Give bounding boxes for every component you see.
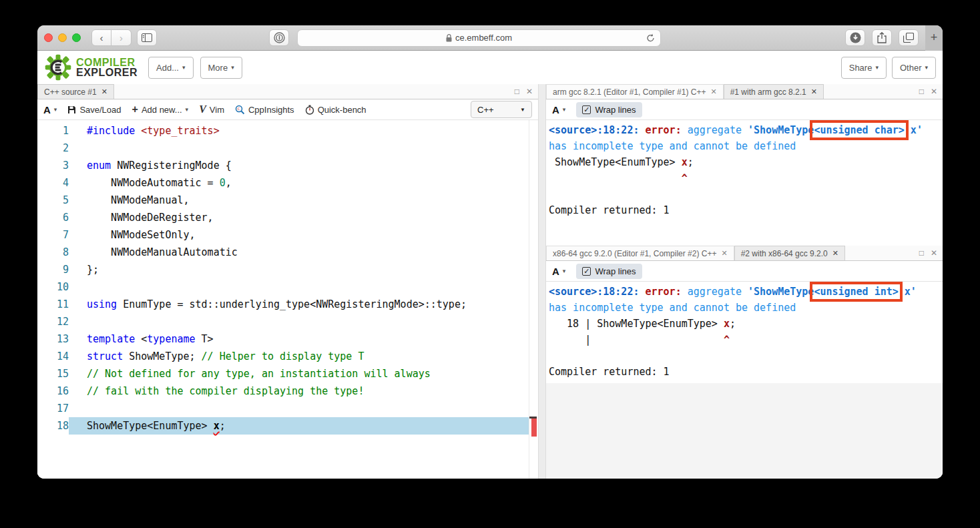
code-line: 5 NWModeManual, (37, 192, 538, 209)
line-number: 3 (37, 157, 69, 174)
sidebar-toggle-button[interactable] (137, 29, 157, 46)
tab-output-2[interactable]: #2 with x86-64 gcc 9.2.0 ✕ (734, 246, 845, 260)
language-select[interactable]: C++ ▼ (471, 101, 532, 118)
close-icon[interactable]: ✕ (832, 249, 838, 258)
close-window-button[interactable] (44, 33, 53, 42)
close-icon[interactable]: ✕ (101, 87, 107, 96)
chevron-down-icon: ▾ (182, 64, 186, 71)
quick-bench-button[interactable]: Quick-bench (305, 105, 366, 115)
back-button[interactable]: ‹ (91, 29, 111, 46)
font-size-button[interactable]: A▾ (552, 266, 565, 277)
share-dropdown-button[interactable]: Share▾ (841, 57, 887, 79)
compiler-output-1[interactable]: <source>:18:22: error: aggregate 'ShowMe… (546, 120, 943, 246)
plus-icon: + (931, 31, 938, 45)
tab-label: #2 with x86-64 gcc 9.2.0 (741, 249, 828, 258)
code-line: 16// fail with the compiler displaying t… (37, 382, 538, 400)
right-column: arm gcc 8.2.1 (Editor #1, Compiler #1) C… (546, 84, 943, 479)
line-number: 11 (37, 296, 69, 313)
output-line (549, 186, 940, 202)
tab-label: C++ source #1 (44, 87, 97, 97)
cppinsights-button[interactable]: C CppInsights (235, 105, 294, 115)
output-line: ShowMeType<EnumType> x; (549, 154, 940, 170)
more-dropdown-button[interactable]: More▾ (200, 57, 242, 79)
code-line: 18ShowMeType<EnumType> x; (37, 417, 538, 435)
chevron-down-icon: ▾ (875, 64, 879, 71)
output-line: <source>:18:22: error: aggregate 'ShowMe… (549, 122, 940, 138)
wrap-lines-toggle[interactable]: ✓ Wrap lines (576, 102, 642, 117)
close-icon[interactable]: ✕ (931, 87, 937, 96)
add-dropdown-button[interactable]: Add...▾ (148, 57, 194, 79)
main-layout: C++ source #1 ✕ □ ✕ A▾ (37, 84, 943, 479)
editor-toolbar: A▾ Save/Load + Add new...▾ V Vim (37, 99, 538, 120)
close-icon[interactable]: ✕ (710, 87, 716, 96)
close-icon[interactable]: ✕ (931, 248, 937, 258)
tab-compiler-1[interactable]: arm gcc 8.2.1 (Editor #1, Compiler #1) C… (546, 84, 724, 99)
line-number: 9 (37, 261, 69, 278)
svg-text:C: C (238, 106, 240, 111)
output2-tabbar: x86-64 gcc 9.2.0 (Editor #1, Compiler #2… (546, 246, 943, 261)
maximize-icon[interactable]: □ (919, 248, 924, 258)
output1-toolbar: A▾ ✓ Wrap lines (546, 99, 943, 120)
output-line: <source>:18:22: error: aggregate 'ShowMe… (549, 284, 940, 300)
add-new-button[interactable]: + Add new...▾ (132, 103, 189, 115)
line-number: 2 (37, 140, 69, 157)
chevron-down-icon: ▾ (563, 268, 566, 274)
line-number: 17 (37, 400, 69, 417)
tab-overview-button[interactable] (899, 29, 919, 46)
font-size-button[interactable]: A▾ (43, 104, 57, 115)
url-bar[interactable]: ce.embeff.com (297, 29, 661, 47)
close-icon[interactable]: ✕ (721, 249, 727, 258)
line-number: 18 (37, 417, 69, 435)
source-editor-pane: C++ source #1 ✕ □ ✕ A▾ (37, 84, 538, 479)
minimize-window-button[interactable] (58, 33, 67, 42)
output2-toolbar: A▾ ✓ Wrap lines (546, 261, 943, 282)
line-number: 7 (37, 226, 69, 244)
font-size-button[interactable]: A▾ (552, 104, 565, 115)
wrap-lines-toggle[interactable]: ✓ Wrap lines (576, 264, 642, 279)
close-icon[interactable]: ✕ (811, 87, 817, 96)
maximize-icon[interactable]: □ (919, 87, 924, 96)
vim-toggle-button[interactable]: V Vim (199, 103, 224, 115)
stopwatch-icon (305, 105, 314, 115)
tab-output-1[interactable]: #1 with arm gcc 8.2.1 ✕ (724, 84, 824, 99)
line-number: 10 (37, 278, 69, 296)
share-button-browser[interactable] (872, 29, 892, 46)
zoom-window-button[interactable] (72, 33, 81, 42)
compiler-output-2[interactable]: <source>:18:22: error: aggregate 'ShowMe… (546, 282, 943, 383)
code-editor[interactable]: 1#include <type_traits>2 3enum NWRegiste… (37, 120, 538, 479)
tab-compiler-2[interactable]: x86-64 gcc 9.2.0 (Editor #1, Compiler #2… (546, 246, 734, 260)
tab-cpp-source-1[interactable]: C++ source #1 ✕ (37, 84, 114, 99)
extension-button[interactable] (269, 29, 289, 46)
code-line: 4 NWModeAutomatic = 0, (37, 174, 538, 192)
chevron-down-icon: ▾ (563, 106, 566, 113)
forward-button[interactable]: › (111, 29, 132, 46)
code-line: 12 (37, 313, 538, 330)
lock-icon (446, 34, 452, 42)
browser-titlebar: ‹ › ce.embeff.com (37, 25, 943, 51)
vertical-splitter[interactable] (538, 84, 546, 479)
line-number: 16 (37, 382, 69, 400)
compiler-explorer-logo[interactable]: COMPILER EXPLORER (44, 53, 138, 81)
output-line (549, 348, 940, 364)
save-load-button[interactable]: Save/Load (67, 105, 121, 115)
other-dropdown-button[interactable]: Other▾ (892, 57, 936, 79)
line-number: 8 (37, 244, 69, 261)
logo-text: COMPILER EXPLORER (76, 57, 138, 77)
share-icon (877, 32, 887, 43)
code-line: 17 (37, 400, 538, 417)
maximize-icon[interactable]: □ (515, 87, 519, 96)
code-line: 8 NWModeManualAutomatic (37, 244, 538, 261)
close-icon[interactable]: ✕ (526, 87, 533, 96)
checkbox-checked-icon: ✓ (582, 105, 591, 114)
url-text: ce.embeff.com (455, 33, 512, 43)
error-marker[interactable] (531, 419, 537, 437)
code-line: 13template <typename T> (37, 330, 538, 348)
downloads-button[interactable] (845, 29, 865, 46)
new-tab-button[interactable]: + (925, 25, 943, 51)
code-line: 15// Not defined for any type, an instan… (37, 365, 538, 382)
output-pane-1: arm gcc 8.2.1 (Editor #1, Compiler #1) C… (546, 84, 943, 246)
line-number: 15 (37, 365, 69, 382)
reload-icon[interactable] (646, 33, 655, 43)
back-icon: ‹ (100, 32, 103, 43)
tabs-icon (903, 33, 914, 43)
